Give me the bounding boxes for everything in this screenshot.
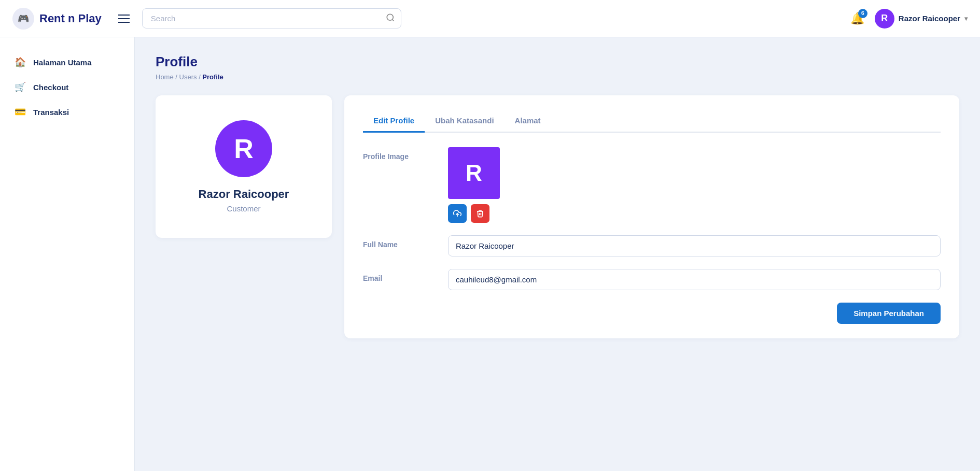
- breadcrumb-home[interactable]: Home: [156, 73, 174, 81]
- email-content: [448, 269, 941, 290]
- svg-line-1: [392, 19, 394, 21]
- app-name: Rent n Play: [39, 12, 102, 25]
- page-title: Profile: [156, 54, 959, 70]
- profile-image-preview: R: [448, 147, 500, 199]
- breadcrumb-current: Profile: [202, 73, 223, 81]
- full-name-content: [448, 235, 941, 256]
- email-input[interactable]: [448, 269, 941, 290]
- profile-name: Razor Raicooper: [199, 188, 289, 201]
- full-name-input[interactable]: [448, 235, 941, 256]
- profile-image-content: R: [448, 147, 941, 223]
- full-name-row: Full Name: [363, 235, 941, 256]
- tab-edit-profile[interactable]: Edit Profile: [363, 110, 425, 133]
- search-area: [142, 8, 401, 28]
- logo-area: 🎮 Rent n Play: [12, 8, 102, 30]
- sidebar-item-halaman-utama[interactable]: 🏠 Halaman Utama: [0, 50, 134, 75]
- profile-card: R Razor Raicooper Customer: [156, 95, 332, 238]
- layout: 🏠 Halaman Utama 🛒 Checkout 💳 Transaksi P…: [0, 37, 980, 471]
- tab-bar: Edit Profile Ubah Katasandi Alamat: [363, 110, 941, 133]
- tab-alamat[interactable]: Alamat: [505, 110, 551, 133]
- search-input[interactable]: [142, 8, 401, 28]
- sidebar-item-transaksi[interactable]: 💳 Transaksi: [0, 99, 134, 124]
- sidebar-label-transaksi: Transaksi: [33, 108, 69, 117]
- sidebar: 🏠 Halaman Utama 🛒 Checkout 💳 Transaksi: [0, 37, 135, 471]
- profile-image-label: Profile Image: [363, 147, 436, 161]
- notification-bell[interactable]: 🔔 6: [850, 12, 864, 25]
- image-action-buttons: [448, 204, 941, 223]
- hamburger-line: [118, 15, 130, 16]
- profile-grid: R Razor Raicooper Customer Edit Profile …: [156, 95, 959, 338]
- hamburger-button[interactable]: [114, 10, 134, 27]
- full-name-label: Full Name: [363, 235, 436, 249]
- user-menu-button[interactable]: R Razor Raicooper ▾: [875, 9, 968, 28]
- sidebar-label-checkout: Checkout: [33, 83, 68, 92]
- profile-role: Customer: [227, 204, 260, 213]
- upload-image-button[interactable]: [448, 204, 467, 223]
- notification-badge: 6: [858, 9, 867, 18]
- profile-image-row: Profile Image R: [363, 147, 941, 223]
- transaction-icon: 💳: [15, 106, 26, 118]
- logo-icon: 🎮: [12, 8, 34, 30]
- hamburger-line: [118, 18, 130, 19]
- email-label: Email: [363, 269, 436, 282]
- save-button[interactable]: Simpan Perubahan: [837, 303, 941, 324]
- avatar: R: [875, 9, 894, 28]
- cart-icon: 🛒: [15, 81, 26, 93]
- home-icon: 🏠: [15, 56, 26, 68]
- delete-image-button[interactable]: [471, 204, 489, 223]
- svg-point-0: [387, 14, 393, 20]
- profile-avatar-large: R: [215, 120, 272, 177]
- email-row: Email: [363, 269, 941, 290]
- tab-ubah-katasandi[interactable]: Ubah Katasandi: [425, 110, 504, 133]
- edit-panel: Edit Profile Ubah Katasandi Alamat Profi…: [344, 95, 959, 338]
- chevron-down-icon: ▾: [964, 15, 968, 22]
- sidebar-item-checkout[interactable]: 🛒 Checkout: [0, 75, 134, 99]
- user-name-label: Razor Raicooper: [899, 14, 960, 23]
- header: 🎮 Rent n Play 🔔 6 R Razor Raicooper ▾: [0, 0, 980, 37]
- save-row: Simpan Perubahan: [363, 303, 941, 324]
- main-content: Profile Home / Users / Profile R Razor R…: [135, 37, 980, 471]
- sidebar-label-halaman-utama: Halaman Utama: [33, 58, 92, 67]
- hamburger-line: [118, 22, 130, 23]
- breadcrumb-users[interactable]: Users: [179, 73, 197, 81]
- header-right: 🔔 6 R Razor Raicooper ▾: [850, 9, 968, 28]
- breadcrumb: Home / Users / Profile: [156, 73, 959, 81]
- search-icon: [386, 13, 395, 24]
